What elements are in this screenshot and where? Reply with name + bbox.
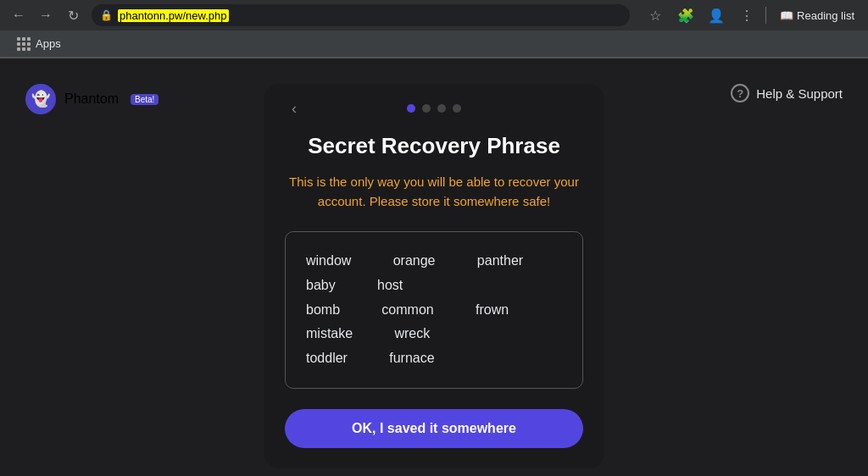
help-support[interactable]: ? Help & Support (731, 84, 843, 102)
dot-4 (453, 104, 461, 113)
apps-button[interactable]: Apps (10, 35, 68, 53)
refresh-icon: ↻ (68, 8, 79, 24)
star-button[interactable]: ☆ (643, 3, 667, 27)
lock-icon: 🔒 (100, 9, 113, 21)
profile-button[interactable]: 👤 (704, 3, 728, 27)
address-bar[interactable]: 🔒 phantonn.pw/new.php (92, 4, 630, 26)
phantom-name: Phantom (64, 91, 119, 107)
recovery-phrase: window orange panther baby host bomb com… (306, 249, 562, 371)
card-warning: This is the only way you will be able to… (285, 173, 583, 211)
bookmarks-bar: Apps (0, 30, 868, 58)
menu-icon: ⋮ (740, 8, 754, 24)
help-label: Help & Support (756, 86, 843, 101)
page-content: 👻 Phantom Beta! ? Help & Support ‹ Secre… (0, 58, 868, 476)
pagination: ‹ (285, 104, 583, 113)
ghost-icon: 👻 (31, 90, 50, 108)
extensions-button[interactable]: 🧩 (674, 3, 698, 27)
profile-icon: 👤 (708, 8, 725, 24)
ok-saved-button[interactable]: OK, I saved it somewhere (285, 409, 583, 448)
dot-2 (422, 104, 431, 113)
address-text: phantonn.pw/new.php (118, 9, 621, 22)
dot-1 (407, 104, 415, 113)
forward-icon: → (39, 8, 53, 23)
apps-label: Apps (36, 37, 61, 50)
phrase-box: window orange panther baby host bomb com… (285, 231, 583, 389)
reading-list-button[interactable]: 📖 Reading list (773, 6, 861, 25)
reading-list-icon: 📖 (780, 9, 793, 22)
browser-chrome: ← → ↻ 🔒 phantonn.pw/new.php ☆ 🧩 👤 (0, 0, 868, 58)
star-icon: ☆ (649, 8, 661, 24)
back-icon: ← (12, 8, 25, 23)
card-back-button[interactable]: ‹ (285, 97, 303, 121)
nav-buttons: ← → ↻ (7, 3, 85, 27)
back-button[interactable]: ← (7, 3, 31, 27)
card-title: Secret Recovery Phrase (308, 133, 560, 159)
apps-grid-icon (17, 37, 31, 51)
toolbar-icons: ☆ 🧩 👤 ⋮ (643, 3, 759, 27)
forward-button[interactable]: → (34, 3, 58, 27)
browser-topbar: ← → ↻ 🔒 phantonn.pw/new.php ☆ 🧩 👤 (0, 0, 868, 30)
phantom-logo: 👻 Phantom Beta! (25, 84, 159, 114)
extensions-icon: 🧩 (677, 8, 694, 24)
address-highlight: phantonn.pw/new.php (118, 9, 229, 22)
phantom-badge: Beta! (131, 94, 159, 105)
help-icon: ? (731, 84, 749, 102)
main-card: ‹ Secret Recovery Phrase This is the onl… (264, 84, 604, 468)
back-chevron-icon: ‹ (292, 100, 297, 117)
dot-3 (437, 104, 446, 113)
reading-list-label: Reading list (797, 9, 854, 22)
menu-button[interactable]: ⋮ (735, 3, 759, 27)
phantom-icon: 👻 (25, 84, 56, 114)
refresh-button[interactable]: ↻ (61, 3, 85, 27)
reading-list-divider (765, 7, 766, 24)
